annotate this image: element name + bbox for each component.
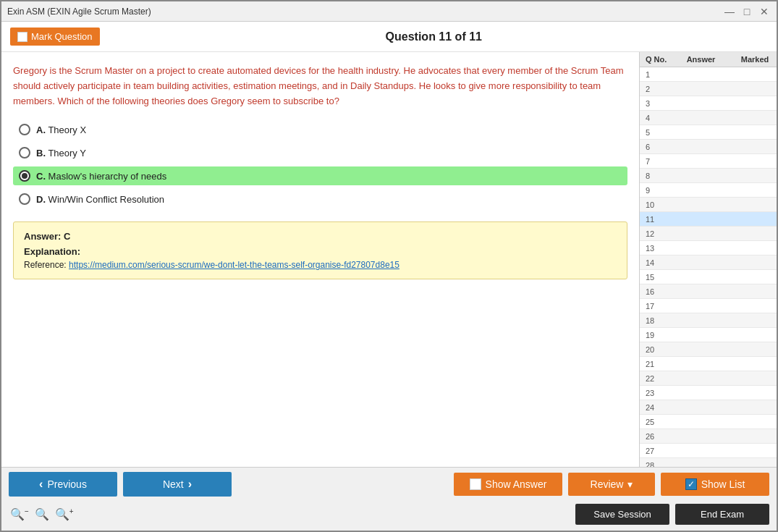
sidebar-row[interactable]: 1 [640,67,777,82]
sidebar-row[interactable]: 11 [640,212,777,227]
sidebar-row[interactable]: 25 [640,415,777,429]
maximize-button[interactable]: □ [740,6,753,17]
zoom-out-button[interactable]: 🔍− [9,506,30,523]
sidebar-row[interactable]: 12 [640,227,777,241]
zoom-controls: 🔍− 🔍 🔍+ [9,506,75,523]
sidebar-row[interactable]: 2 [640,82,777,96]
title-bar: Exin ASM (EXIN Agile Scrum Master) — □ ✕ [1,1,777,22]
next-button[interactable]: Next › [123,472,232,497]
sidebar-row-num: 19 [640,331,669,339]
minimize-button[interactable]: — [723,6,736,17]
sidebar-row-num: 23 [640,389,669,397]
save-session-button[interactable]: Save Session [575,504,669,525]
zoom-in-button[interactable]: 🔍+ [54,506,75,523]
mark-checkbox-icon [17,32,28,42]
show-answer-button[interactable]: Show Answer [454,473,562,496]
sidebar-row[interactable]: 14 [640,256,777,270]
sidebar-header-answer: Answer [669,52,733,67]
sidebar-row[interactable]: 22 [640,371,777,386]
option-d[interactable]: D. Win/Win Conflict Resolution [13,190,627,208]
zoom-reset-button[interactable]: 🔍 [33,506,51,523]
mark-question-button[interactable]: Mark Question [10,28,100,46]
sidebar-row[interactable]: 15 [640,270,777,284]
window-controls: — □ ✕ [723,6,771,17]
option-b[interactable]: B. Theory Y [13,143,627,162]
sidebar-header-qno: Q No. [640,52,669,67]
show-list-button[interactable]: ✓ Show List [661,473,769,496]
sidebar-row-num: 11 [640,215,669,224]
question-title: Question 11 of 11 [100,30,768,43]
sidebar-row-num: 14 [640,258,669,267]
sidebar-rows: 1 2 3 4 5 6 7 8 [640,67,777,467]
previous-label: Previous [47,478,86,490]
sidebar-row[interactable]: 8 [640,169,777,183]
option-b-radio [19,147,30,159]
main-area: Mark Question Question 11 of 11 Gregory … [1,22,777,531]
sidebar-row-num: 17 [640,302,669,311]
options-list: A. Theory X B. Theory Y C. Maslow's hier… [13,120,627,208]
sidebar-row[interactable]: 27 [640,444,777,458]
review-button[interactable]: Review ▾ [568,473,655,496]
previous-button[interactable]: ‹ Previous [9,472,117,497]
option-a[interactable]: A. Theory X [13,120,627,139]
mark-question-label: Mark Question [31,31,93,42]
sidebar-row[interactable]: 13 [640,241,777,256]
sidebar-row[interactable]: 28 [640,458,777,467]
sidebar-row[interactable]: 23 [640,386,777,400]
sidebar-row[interactable]: 6 [640,140,777,154]
sidebar-row[interactable]: 19 [640,328,777,342]
sidebar-row[interactable]: 10 [640,198,777,212]
option-a-label: A. Theory X [36,124,86,135]
question-area: Gregory is the Scrum Master on a project… [1,52,639,467]
sidebar-row-num: 21 [640,360,669,368]
sidebar-row-num: 8 [640,172,669,180]
review-label: Review [591,478,624,490]
next-label: Next [163,478,184,490]
sidebar-row-num: 9 [640,186,669,195]
sidebar-header-marked: Marked [733,52,777,67]
option-d-label: D. Win/Win Conflict Resolution [36,194,164,205]
window-title: Exin ASM (EXIN Agile Scrum Master) [7,7,151,17]
end-exam-button[interactable]: End Exam [675,504,769,525]
question-sidebar[interactable]: Q No. Answer Marked 1 2 3 4 5 6 [639,52,777,467]
reference-line: Reference: https://medium.com/serious-sc… [24,260,617,270]
option-d-radio [19,193,30,205]
option-c-radio-inner [22,173,28,179]
sidebar-row-num: 18 [640,316,669,325]
sidebar-row-num: 7 [640,157,669,166]
sidebar-row[interactable]: 20 [640,342,777,357]
option-c[interactable]: C. Maslow's hierarchy of needs [13,166,627,185]
sidebar-row-num: 28 [640,461,669,468]
sidebar-row-num: 16 [640,287,669,296]
sidebar-row[interactable]: 3 [640,96,777,111]
sidebar-row-num: 13 [640,244,669,253]
review-dropdown-icon: ▾ [627,478,633,490]
sidebar-row[interactable]: 18 [640,313,777,328]
sidebar-row[interactable]: 24 [640,400,777,415]
sidebar-row[interactable]: 16 [640,284,777,299]
sidebar-row-num: 15 [640,273,669,282]
sidebar-row[interactable]: 9 [640,183,777,198]
content-row: Gregory is the Scrum Master on a project… [1,52,777,467]
option-c-label: C. Maslow's hierarchy of needs [36,171,166,182]
top-bar: Mark Question Question 11 of 11 [1,22,777,52]
sidebar-row-num: 3 [640,99,669,108]
sidebar-row-num: 27 [640,447,669,455]
sidebar-row-num: 2 [640,85,669,93]
sidebar-row-num: 22 [640,374,669,383]
sidebar-row[interactable]: 26 [640,429,777,444]
answer-line: Answer: C [24,231,617,242]
sidebar-row[interactable]: 7 [640,154,777,169]
reference-link[interactable]: https://medium.com/serious-scrum/we-dont… [69,260,399,270]
sidebar-row[interactable]: 21 [640,357,777,371]
show-list-checkbox-icon: ✓ [685,478,697,490]
sidebar-header: Q No. Answer Marked [640,52,777,67]
close-button[interactable]: ✕ [758,6,771,17]
sidebar-row-num: 24 [640,403,669,412]
option-a-radio [19,124,30,135]
sidebar-row-num: 20 [640,345,669,354]
sidebar-row-num: 26 [640,432,669,441]
sidebar-row[interactable]: 5 [640,125,777,140]
sidebar-row[interactable]: 4 [640,111,777,125]
sidebar-row[interactable]: 17 [640,299,777,313]
